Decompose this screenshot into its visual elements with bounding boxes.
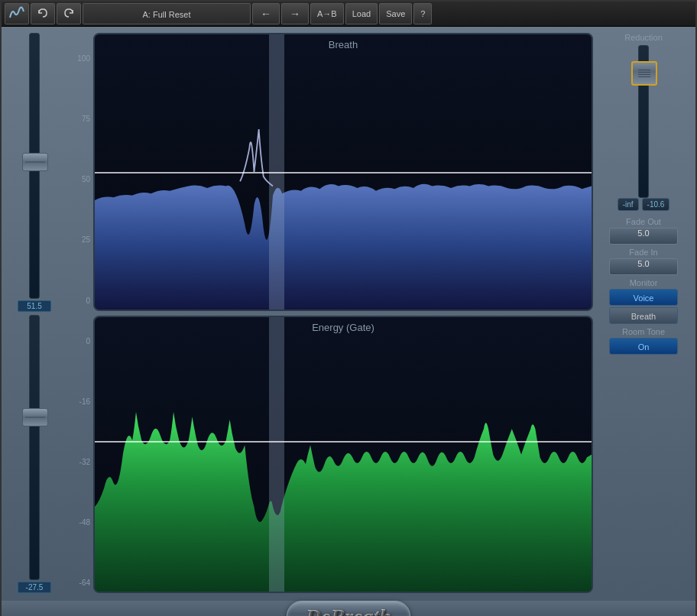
- energy-threshold-line: [95, 441, 592, 443]
- logo-container: DeBreath: [287, 601, 410, 616]
- fade-out-label: Fade Out: [626, 217, 661, 226]
- monitor-section: Monitor Voice Breath: [598, 278, 689, 324]
- room-tone-section: Room Tone On: [598, 327, 689, 355]
- monitor-label: Monitor: [630, 278, 658, 287]
- monitor-breath-button[interactable]: Breath: [609, 307, 678, 324]
- center-section: 100 75 50 25 0 Breath: [66, 33, 593, 593]
- breath-fader-handle[interactable]: [22, 153, 48, 171]
- monitor-voice-button[interactable]: Voice: [609, 289, 678, 306]
- undo-button[interactable]: [31, 3, 55, 24]
- energy-threshold-fader: -27.5: [11, 315, 57, 594]
- fade-out-group: Fade Out 5.0: [598, 217, 689, 245]
- energy-display: Energy (Gate): [93, 316, 593, 594]
- redo-button[interactable]: [57, 3, 81, 24]
- right-controls: Reduction -inf: [598, 33, 689, 593]
- energy-fader-value[interactable]: -27.5: [18, 582, 51, 593]
- breath-fader-track[interactable]: [29, 33, 40, 299]
- product-logo: DeBreath: [306, 605, 391, 616]
- reduction-line-3: [638, 74, 650, 75]
- energy-label: Energy (Gate): [312, 322, 374, 333]
- breath-y-label-25: 25: [69, 235, 90, 244]
- save-button[interactable]: Save: [379, 3, 412, 24]
- reduction-line-1: [638, 70, 650, 70]
- breath-display: Breath: [93, 33, 593, 311]
- breath-fader-value[interactable]: 51.5: [18, 300, 51, 312]
- bottom-bar: DeBreath: [2, 599, 695, 616]
- reduction-values-row: -inf -10.6: [618, 198, 670, 211]
- breath-y-label-0: 0: [69, 297, 90, 305]
- energy-y-label-0: 0: [69, 337, 90, 345]
- energy-y-label-64: -64: [69, 579, 90, 587]
- room-tone-label: Room Tone: [622, 327, 665, 336]
- fade-out-value[interactable]: 5.0: [609, 228, 678, 245]
- prev-preset-button[interactable]: ←: [252, 3, 280, 24]
- reduction-value-left[interactable]: -inf: [618, 198, 639, 211]
- energy-playhead: [269, 317, 284, 592]
- energy-y-label-16: -16: [69, 397, 90, 406]
- left-faders: 51.5 -27.5: [8, 33, 61, 593]
- fade-in-group: Fade In 5.0: [598, 248, 689, 275]
- energy-waveform-svg: [95, 317, 592, 592]
- reduction-fader-handle[interactable]: [631, 61, 657, 86]
- breath-y-label-50: 50: [69, 175, 90, 183]
- help-button[interactable]: ?: [413, 3, 432, 24]
- breath-y-label-75: 75: [69, 115, 90, 123]
- fade-in-value[interactable]: 5.0: [609, 258, 678, 275]
- reduction-handle-lines: [638, 70, 650, 77]
- energy-fader-track[interactable]: [29, 315, 40, 581]
- breath-label: Breath: [329, 39, 358, 50]
- plugin-container: A: Full Reset ← → A→B Load Save ? 51.5 -…: [0, 0, 697, 616]
- breath-y-label-100: 100: [69, 54, 90, 63]
- preset-display[interactable]: A: Full Reset: [83, 3, 251, 24]
- room-tone-button[interactable]: On: [609, 338, 678, 355]
- energy-y-label-32: -32: [69, 458, 90, 466]
- breath-threshold-line: [95, 172, 592, 173]
- reduction-line-4: [638, 76, 650, 77]
- reduction-section: Reduction -inf: [598, 33, 689, 211]
- reduction-line-2: [638, 72, 650, 73]
- reduction-value-right[interactable]: -10.6: [642, 198, 670, 211]
- main-content: 51.5 -27.5 100 75 50 25 0: [2, 27, 695, 599]
- ab-button[interactable]: A→B: [310, 3, 344, 24]
- reduction-fader-track[interactable]: [638, 45, 649, 198]
- next-preset-button[interactable]: →: [281, 3, 309, 24]
- waves-logo: [5, 3, 29, 24]
- breath-threshold-fader: 51.5: [11, 33, 57, 312]
- toolbar: A: Full Reset ← → A→B Load Save ?: [2, 2, 695, 27]
- load-button[interactable]: Load: [345, 3, 378, 24]
- fade-in-label: Fade In: [629, 248, 657, 257]
- energy-y-label-48: -48: [69, 518, 90, 527]
- reduction-fader-area: [638, 45, 649, 198]
- energy-fader-handle[interactable]: [22, 408, 48, 426]
- reduction-label: Reduction: [624, 33, 663, 42]
